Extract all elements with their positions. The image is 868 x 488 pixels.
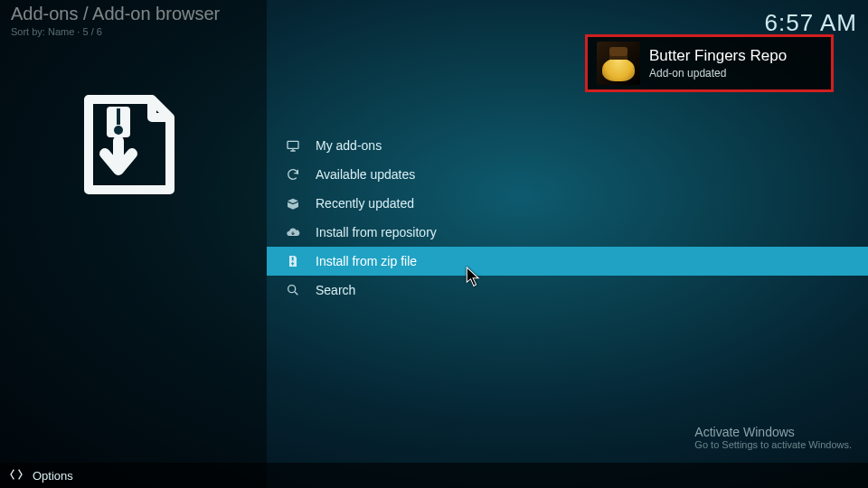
search-icon xyxy=(285,282,301,298)
options-button[interactable]: Options xyxy=(33,469,73,483)
notification-subtitle: Add-on updated xyxy=(649,67,787,80)
addon-updated-notification: Butter Fingers Repo Add-on updated xyxy=(585,34,834,92)
menu-item-label: Install from zip file xyxy=(316,254,417,268)
menu-item-search[interactable]: Search xyxy=(267,276,868,305)
zip-file-icon xyxy=(285,253,301,269)
menu-item-install-from-repository[interactable]: Install from repository xyxy=(267,218,868,247)
refresh-icon xyxy=(285,166,301,183)
tv-icon xyxy=(285,137,301,154)
clock: 6:57 AM xyxy=(765,9,857,37)
menu-item-recently-updated[interactable]: Recently updated xyxy=(267,189,868,218)
menu-item-install-from-zip[interactable]: Install from zip file xyxy=(267,247,868,276)
footer-bar: Options xyxy=(0,463,868,488)
cloud-download-icon xyxy=(285,224,301,240)
watermark-line1: Activate Windows xyxy=(694,425,852,439)
menu-item-available-updates[interactable]: Available updates xyxy=(267,160,868,189)
svg-point-1 xyxy=(114,126,123,135)
notification-text: Butter Fingers Repo Add-on updated xyxy=(649,47,787,80)
options-icon[interactable] xyxy=(9,467,24,484)
windows-activation-watermark: Activate Windows Go to Settings to activ… xyxy=(694,425,852,450)
menu-item-label: Available updates xyxy=(316,167,415,182)
sidebar xyxy=(0,0,267,488)
svg-rect-3 xyxy=(288,141,298,148)
menu-item-label: My add-ons xyxy=(316,138,382,153)
notification-thumbnail xyxy=(597,42,640,85)
menu-item-label: Recently updated xyxy=(316,196,414,211)
svg-point-5 xyxy=(288,286,296,293)
menu-item-my-addons[interactable]: My add-ons xyxy=(267,131,868,160)
menu-item-label: Search xyxy=(316,283,355,297)
watermark-line2: Go to Settings to activate Windows. xyxy=(694,439,852,450)
notification-title: Butter Fingers Repo xyxy=(649,47,787,65)
menu-item-label: Install from repository xyxy=(316,225,437,239)
box-open-icon xyxy=(285,195,301,211)
zip-archive-icon xyxy=(71,90,197,202)
svg-rect-2 xyxy=(117,108,120,125)
svg-rect-4 xyxy=(292,257,294,260)
addon-browser-menu: My add-ons Available updates Recently up… xyxy=(267,131,868,305)
